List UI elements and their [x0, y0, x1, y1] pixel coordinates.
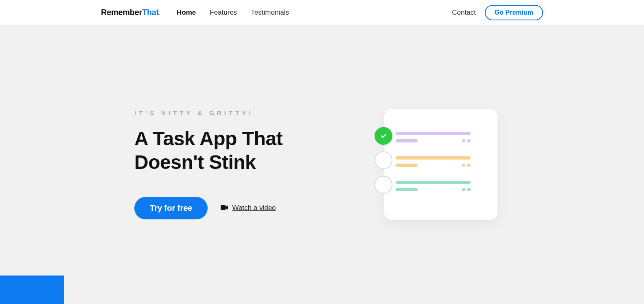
hero-title: A Task App That Doesn't Stink	[134, 127, 338, 174]
task-line-bottom	[396, 164, 471, 167]
nav-contact[interactable]: Contact	[452, 9, 476, 17]
header-left: RememberThat Home Features Testimonials	[101, 8, 289, 17]
task-line	[396, 156, 471, 160]
task-line-bottom	[396, 188, 471, 191]
go-premium-button[interactable]: Go Premium	[485, 5, 543, 20]
task-row-1	[396, 132, 486, 142]
hero-content: IT'S NITTY & GRITTY! A Task App That Doe…	[134, 109, 338, 219]
task-dot	[467, 188, 471, 191]
task-dot	[467, 164, 471, 167]
video-camera-icon	[221, 204, 228, 212]
task-illustration	[384, 109, 497, 220]
logo[interactable]: RememberThat	[101, 8, 159, 17]
svg-rect-0	[221, 205, 226, 210]
check-circle-empty-icon	[375, 176, 392, 194]
task-line-short	[396, 188, 418, 191]
task-dots	[462, 139, 471, 142]
hero-actions: Try for free Watch a video	[134, 197, 338, 219]
task-line	[396, 181, 471, 184]
task-line-bottom	[396, 139, 471, 142]
task-dot	[462, 188, 465, 191]
nav-features[interactable]: Features	[210, 9, 237, 17]
task-dot	[462, 139, 465, 142]
watch-video-label: Watch a video	[232, 204, 276, 212]
header-right: Contact Go Premium	[452, 5, 543, 20]
task-row-3	[396, 181, 486, 191]
nav-home[interactable]: Home	[177, 9, 196, 17]
task-line	[396, 132, 471, 135]
watch-video-link[interactable]: Watch a video	[221, 204, 276, 212]
try-free-button[interactable]: Try for free	[134, 197, 208, 219]
check-circle-filled-icon	[375, 127, 392, 145]
check-circle-empty-icon	[375, 151, 392, 169]
task-card	[384, 109, 497, 220]
task-dot	[467, 139, 471, 142]
task-line-short	[396, 139, 418, 142]
task-line-short	[396, 164, 418, 167]
logo-second-word: That	[142, 8, 159, 17]
task-dots	[462, 164, 471, 167]
nav-testimonials[interactable]: Testimonials	[251, 9, 289, 17]
hero-section: IT'S NITTY & GRITTY! A Task App That Doe…	[0, 25, 644, 304]
hero-tagline: IT'S NITTY & GRITTY!	[134, 109, 338, 116]
header: RememberThat Home Features Testimonials …	[0, 0, 644, 25]
task-dot	[462, 164, 465, 167]
logo-first-word: Remember	[101, 8, 142, 17]
nav-links: Home Features Testimonials	[177, 9, 289, 17]
decorative-blue-block	[0, 276, 64, 304]
task-row-2	[396, 156, 486, 167]
task-dots	[462, 188, 471, 191]
